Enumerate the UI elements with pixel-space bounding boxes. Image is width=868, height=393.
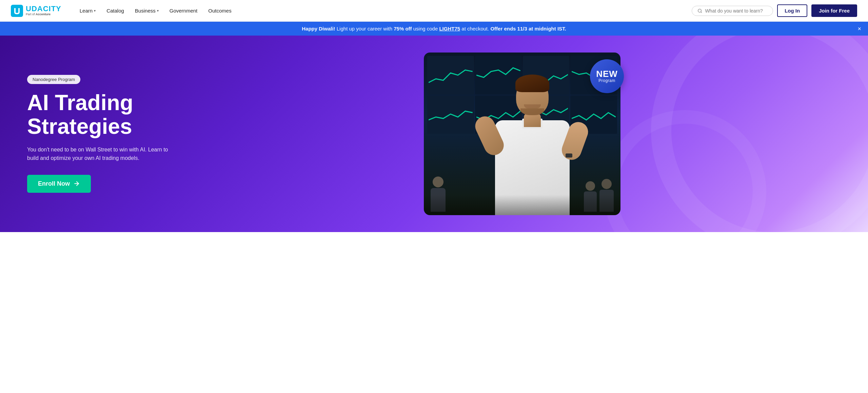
logo[interactable]: UDACITY Part of Accenture [11, 5, 61, 17]
hero-content: Nanodegree Program AI Trading Strategies… [27, 75, 203, 193]
login-button[interactable]: Log In [777, 4, 807, 17]
learn-chevron-icon: ▾ [94, 9, 96, 13]
nav-outcomes[interactable]: Outcomes [203, 5, 236, 16]
search-icon [697, 8, 702, 14]
logo-subtext: Part of Accenture [26, 13, 61, 16]
svg-line-2 [701, 12, 702, 13]
banner-middle: Light up your career with [337, 26, 394, 32]
hero-image-container: NEW Program [424, 53, 620, 215]
hero-section: Nanodegree Program AI Trading Strategies… [0, 36, 868, 232]
banner-discount: 75% off [394, 26, 412, 32]
banner-title: Happy Diwali! [302, 26, 335, 32]
new-badge-program-label: Program [598, 78, 615, 83]
nav-links: Learn ▾ Catalog Business ▾ Government Ou… [75, 5, 692, 16]
nav-learn[interactable]: Learn ▾ [75, 5, 100, 16]
hero-title: AI Trading Strategies [27, 91, 203, 139]
nav-catalog[interactable]: Catalog [102, 5, 129, 16]
join-button[interactable]: Join for Free [811, 4, 857, 17]
promo-banner: Happy Diwali! Light up your career with … [0, 22, 868, 36]
program-badge: Nanodegree Program [27, 75, 80, 84]
udacity-logo-icon [11, 5, 23, 17]
banner-code: LIGHT75 [439, 26, 460, 32]
search-box[interactable] [692, 6, 773, 16]
nav-business[interactable]: Business ▾ [130, 5, 163, 16]
navbar-right: Log In Join for Free [692, 4, 857, 17]
business-chevron-icon: ▾ [157, 9, 159, 13]
svg-rect-0 [11, 5, 23, 17]
new-badge-label: NEW [596, 69, 618, 78]
arrow-right-icon [73, 180, 80, 187]
banner-code-prefix: using code [413, 26, 439, 32]
logo-name: UDACITY [26, 5, 61, 13]
enroll-button[interactable]: Enroll Now [27, 175, 91, 193]
banner-end: Offer ends 11/3 at midnight IST. [490, 26, 566, 32]
hero-visual: NEW Program [203, 53, 841, 215]
navbar: UDACITY Part of Accenture Learn ▾ Catalo… [0, 0, 868, 22]
banner-text: Happy Diwali! Light up your career with … [7, 26, 861, 32]
new-program-badge: NEW Program [590, 59, 624, 93]
search-input[interactable] [705, 8, 767, 14]
hero-description: You don't need to be on Wall Street to w… [27, 145, 170, 163]
banner-close-button[interactable]: × [857, 26, 861, 32]
banner-suffix: at checkout. [461, 26, 490, 32]
logo-text: UDACITY Part of Accenture [26, 5, 61, 16]
nav-government[interactable]: Government [165, 5, 202, 16]
